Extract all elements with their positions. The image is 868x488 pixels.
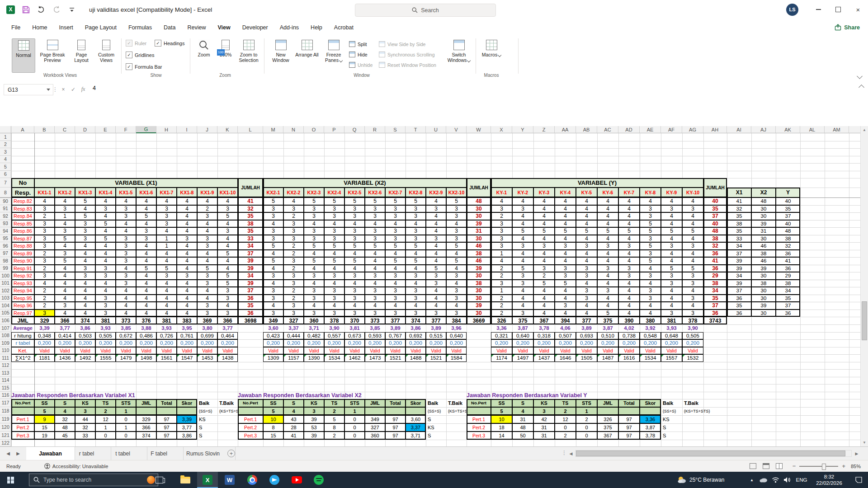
name-box[interactable]: G13	[4, 84, 53, 95]
cell-Y118[interactable]: 4	[512, 407, 533, 415]
cell-G91[interactable]: 4	[136, 205, 156, 213]
cell-K93[interactable]: 4	[217, 220, 238, 228]
cell-Q111[interactable]: 1462	[344, 354, 365, 362]
cell-J117[interactable]: Baik	[197, 399, 217, 407]
taskbar-spotify-icon[interactable]	[308, 472, 329, 488]
cell-E96[interactable]: 4	[95, 242, 116, 250]
zoom-slider[interactable]	[799, 466, 838, 467]
cell-Y120[interactable]: 48	[512, 423, 533, 432]
cell-B118[interactable]: 5	[34, 407, 55, 415]
normal-button[interactable]: Normal	[12, 38, 35, 73]
cell-AF104[interactable]: 4	[661, 302, 682, 310]
cell-L98[interactable]: 39	[238, 257, 263, 265]
cell-I95[interactable]: 3	[177, 235, 197, 243]
cell-C107[interactable]: 3,77	[55, 324, 75, 332]
cell-AA106[interactable]: 394	[555, 317, 576, 324]
cell-F94[interactable]: 4	[116, 227, 136, 235]
cell-N105[interactable]: 3	[283, 310, 304, 317]
row-header-8[interactable]: 8	[0, 188, 11, 197]
accessibility-status[interactable]: Accessibility: Unavailable	[44, 463, 108, 469]
column-header-B[interactable]: B	[34, 126, 55, 133]
cell-Q102[interactable]: 3	[344, 287, 365, 295]
cell-K106[interactable]: 366	[217, 317, 238, 324]
cell-Q103[interactable]: 3	[344, 295, 365, 302]
cell-P118[interactable]: 2	[324, 407, 344, 415]
cell-B111[interactable]: 1181	[34, 354, 55, 362]
zoom-to-selection-button[interactable]: Zoom to Selection	[237, 38, 260, 72]
cell-D111[interactable]: 1492	[75, 354, 95, 362]
cell-V92[interactable]: 3	[446, 212, 467, 220]
cell-S8[interactable]: KX2-7	[385, 188, 406, 197]
cell-O121[interactable]: 39	[304, 432, 324, 440]
cell-L102[interactable]: 37	[238, 287, 263, 295]
cell-C103[interactable]: 4	[55, 295, 75, 302]
cell-M108[interactable]: 0,423	[263, 332, 283, 340]
cell-N109[interactable]: 0,200	[283, 339, 304, 347]
cell-Q118[interactable]: 1	[344, 407, 365, 415]
cell-B8[interactable]: KX1-1	[34, 188, 55, 197]
cell-J100[interactable]: 3	[197, 272, 217, 280]
cell-AJ104[interactable]: 39	[751, 302, 776, 310]
cell-AC91[interactable]: 4	[597, 205, 618, 213]
scroll-up-arrow[interactable]: ▲	[861, 126, 868, 133]
row-header-90[interactable]: 90	[0, 197, 11, 205]
cell-K117[interactable]: T.Baik	[217, 399, 238, 407]
cell-M93[interactable]: 4	[263, 220, 283, 228]
row-header-2[interactable]: 2	[0, 141, 11, 149]
cell-AG94[interactable]: 5	[682, 227, 703, 235]
undo-icon[interactable]	[37, 5, 46, 14]
cell-I119[interactable]: 3,39	[177, 415, 197, 423]
cell-Q120[interactable]: 0	[344, 423, 365, 432]
cell-R121[interactable]: 360	[365, 432, 385, 440]
cell-P101[interactable]: 4	[324, 280, 344, 287]
cell-W92[interactable]: 30	[467, 212, 491, 220]
cell-Z99[interactable]: 3	[533, 265, 555, 272]
row-header-98[interactable]: 98	[0, 257, 11, 265]
cell-AB100[interactable]: 3	[576, 272, 597, 280]
cell-AE109[interactable]: 0,200	[640, 339, 661, 347]
cell-P105[interactable]: 3	[324, 310, 344, 317]
cell-S97[interactable]: 4	[385, 250, 406, 258]
cell-AD110[interactable]: Valid	[618, 347, 640, 355]
cell-D99[interactable]: 3	[75, 265, 95, 272]
cell-F98[interactable]: 3	[116, 257, 136, 265]
cell-M99[interactable]: 4	[263, 265, 283, 272]
cell-P108[interactable]: 0,557	[324, 332, 344, 340]
cell-U96[interactable]: 4	[426, 242, 446, 250]
cell-AH98[interactable]: 41	[703, 257, 727, 265]
cell-E118[interactable]: 2	[95, 407, 116, 415]
cell-S101[interactable]: 4	[385, 280, 406, 287]
cell-AC102[interactable]: 3	[597, 287, 618, 295]
cell-W95[interactable]: 30	[467, 235, 491, 243]
cell-X95[interactable]: 3	[491, 235, 512, 243]
cell-AC95[interactable]: 4	[597, 235, 618, 243]
cell-G92[interactable]: 5	[136, 212, 156, 220]
cell-V103[interactable]: 3	[446, 295, 467, 302]
cell-AF92[interactable]: 4	[661, 212, 682, 220]
cell-C100[interactable]: 4	[55, 272, 75, 280]
cell-X104[interactable]: 2	[491, 302, 512, 310]
cell-H104[interactable]: 4	[156, 302, 177, 310]
cell-N91[interactable]: 3	[283, 205, 304, 213]
cell-G107[interactable]: 3,88	[136, 324, 156, 332]
row-header-92[interactable]: 92	[0, 212, 11, 220]
cell-R101[interactable]: 4	[365, 280, 385, 287]
cell-P120[interactable]: 8	[324, 423, 344, 432]
unhide-button[interactable]: Unhide	[349, 62, 373, 68]
cell-AG8[interactable]: KY-10	[682, 188, 703, 197]
cell-AD95[interactable]: 4	[618, 235, 640, 243]
menu-tab-help[interactable]: Help	[305, 19, 328, 36]
cell-A100[interactable]: Resp.92	[11, 272, 34, 280]
cell-O120[interactable]: 53	[304, 423, 324, 432]
cell-AE118[interactable]	[640, 407, 661, 415]
sheet-nav-left-icon[interactable]: ◀	[4, 447, 13, 460]
cell-G94[interactable]: 3	[136, 227, 156, 235]
cell-AE98[interactable]: 5	[640, 257, 661, 265]
cell-R102[interactable]: 3	[365, 287, 385, 295]
cell-L117[interactable]: No.Pert	[238, 399, 263, 407]
cell-H118[interactable]	[156, 407, 177, 415]
cell-AE96[interactable]: 5	[640, 242, 661, 250]
cell-AK102[interactable]: 34	[776, 287, 800, 295]
cell-AF106[interactable]: 381	[661, 317, 682, 324]
cell-Q93[interactable]: 4	[344, 220, 365, 228]
